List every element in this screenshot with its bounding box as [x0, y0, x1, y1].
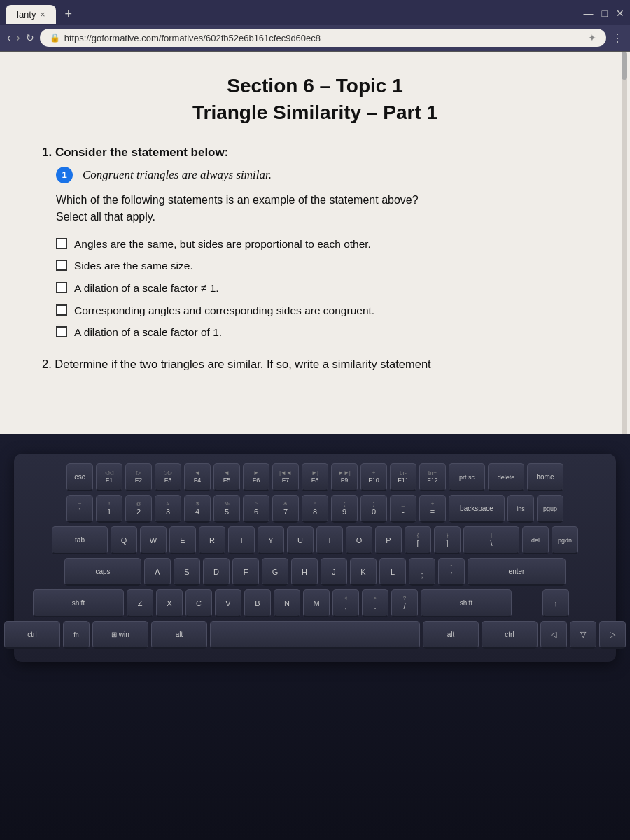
key-f1[interactable]: ◁◁F1 — [96, 463, 122, 491]
key-ralt[interactable]: alt — [423, 621, 479, 649]
key-f8[interactable]: ►|F8 — [302, 463, 328, 491]
key-u[interactable]: U — [287, 526, 314, 554]
checkbox-2[interactable] — [56, 260, 67, 271]
key-esc[interactable]: esc — [66, 463, 93, 491]
key-f11[interactable]: br-F11 — [390, 463, 416, 491]
key-minus[interactable]: _- — [390, 495, 416, 523]
key-s[interactable]: S — [174, 558, 200, 586]
key-enter[interactable]: enter — [468, 558, 566, 586]
key-f10[interactable]: +F10 — [360, 463, 387, 491]
key-l[interactable]: L — [379, 558, 406, 586]
scroll-thumb[interactable] — [622, 52, 627, 80]
checkbox-5[interactable] — [56, 326, 67, 337]
key-k[interactable]: K — [350, 558, 377, 586]
key-5[interactable]: %5 — [214, 495, 240, 523]
key-9[interactable]: (9 — [331, 495, 358, 523]
key-t[interactable]: T — [228, 526, 255, 554]
key-f7[interactable]: |◄◄F7 — [272, 463, 299, 491]
key-c[interactable]: C — [186, 589, 212, 617]
key-0[interactable]: )0 — [360, 495, 387, 523]
key-v[interactable]: V — [215, 589, 241, 617]
key-lbracket[interactable]: {[ — [405, 526, 431, 554]
key-d[interactable]: D — [203, 558, 230, 586]
key-pgdn[interactable]: pgdn — [552, 526, 578, 554]
key-lalt[interactable]: alt — [151, 621, 207, 649]
key-f6[interactable]: ►F6 — [243, 463, 270, 491]
key-semicolon[interactable]: :; — [409, 558, 435, 586]
key-insert[interactable]: ins — [507, 495, 534, 523]
key-home[interactable]: home — [527, 463, 564, 491]
key-right[interactable]: ▷ — [599, 621, 626, 649]
key-del2[interactable]: del — [522, 526, 549, 554]
key-i[interactable]: I — [316, 526, 343, 554]
key-pgup[interactable]: pgup — [537, 495, 564, 523]
browser-minimize[interactable]: — — [584, 8, 594, 19]
key-lshift[interactable]: shift — [33, 589, 124, 617]
key-n[interactable]: N — [274, 589, 300, 617]
key-rctrl[interactable]: ctrl — [482, 621, 538, 649]
key-6[interactable]: ^6 — [243, 495, 270, 523]
key-f3[interactable]: ▷▷F3 — [155, 463, 181, 491]
key-rshift[interactable]: shift — [421, 589, 512, 617]
key-2[interactable]: @2 — [125, 495, 152, 523]
key-down[interactable]: ▽ — [570, 621, 596, 649]
key-y[interactable]: Y — [258, 526, 284, 554]
tab-close-button[interactable]: × — [40, 10, 45, 20]
key-f4[interactable]: ◄F4 — [184, 463, 211, 491]
key-o[interactable]: O — [346, 526, 372, 554]
key-a[interactable]: A — [144, 558, 171, 586]
key-z[interactable]: Z — [127, 589, 153, 617]
key-tab[interactable]: tab — [52, 526, 108, 554]
key-p[interactable]: P — [375, 526, 402, 554]
key-prtsc[interactable]: prt sc — [449, 463, 485, 491]
key-backtick[interactable]: ~` — [66, 495, 93, 523]
key-slash[interactable]: ?/ — [391, 589, 418, 617]
key-delete[interactable]: delete — [488, 463, 524, 491]
key-period[interactable]: >. — [362, 589, 388, 617]
key-comma[interactable]: <, — [332, 589, 359, 617]
forward-button[interactable]: › — [16, 31, 20, 44]
active-tab[interactable]: lanty × — [6, 5, 56, 24]
key-rbracket[interactable]: }] — [434, 526, 461, 554]
key-8[interactable]: *8 — [302, 495, 328, 523]
key-caps[interactable]: caps — [64, 558, 141, 586]
key-f5[interactable]: ◄F5 — [214, 463, 240, 491]
key-backslash[interactable]: |\ — [463, 526, 519, 554]
key-f12[interactable]: br+F12 — [419, 463, 446, 491]
extensions-icon[interactable]: ⋮ — [612, 31, 623, 45]
checkbox-1[interactable] — [56, 238, 67, 249]
key-left[interactable]: ◁ — [540, 621, 567, 649]
key-quote[interactable]: "' — [438, 558, 465, 586]
key-j[interactable]: J — [321, 558, 347, 586]
key-f[interactable]: F — [232, 558, 259, 586]
checkbox-3[interactable] — [56, 282, 67, 293]
back-button[interactable]: ‹ — [7, 31, 10, 44]
key-up[interactable]: ↑ — [542, 589, 569, 617]
key-x[interactable]: X — [156, 589, 183, 617]
key-q[interactable]: Q — [111, 526, 137, 554]
key-w[interactable]: W — [140, 526, 167, 554]
key-m[interactable]: M — [303, 589, 330, 617]
scroll-indicator[interactable] — [622, 52, 627, 486]
checkbox-4[interactable] — [56, 304, 67, 316]
key-fn[interactable]: fn — [63, 621, 90, 649]
browser-close[interactable]: ✕ — [616, 8, 624, 19]
key-lctrl[interactable]: ctrl — [4, 621, 60, 649]
address-bar[interactable]: 🔒 https://goformative.com/formatives/602… — [40, 29, 606, 47]
key-g[interactable]: G — [262, 558, 288, 586]
key-space[interactable] — [210, 621, 420, 649]
key-r[interactable]: R — [199, 526, 225, 554]
key-7[interactable]: &7 — [272, 495, 299, 523]
key-3[interactable]: #3 — [155, 495, 181, 523]
browser-maximize[interactable]: □ — [602, 8, 608, 19]
key-4[interactable]: $4 — [184, 495, 211, 523]
key-equals[interactable]: += — [419, 495, 446, 523]
key-f9[interactable]: ►►|F9 — [331, 463, 358, 491]
key-f2[interactable]: ▷F2 — [125, 463, 152, 491]
key-1[interactable]: !1 — [96, 495, 122, 523]
key-win[interactable]: ⊞ win — [92, 621, 148, 649]
key-e[interactable]: E — [169, 526, 196, 554]
key-backspace[interactable]: backspace — [449, 495, 505, 523]
new-tab-button[interactable]: + — [59, 4, 78, 24]
key-h[interactable]: H — [291, 558, 318, 586]
